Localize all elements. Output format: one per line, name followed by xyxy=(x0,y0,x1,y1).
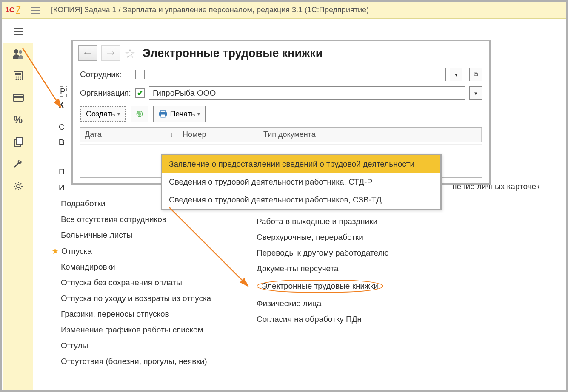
nav-link[interactable]: Все отсутствия сотрудников xyxy=(61,215,211,224)
dropdown-option[interactable]: Заявление о предоставлении сведений о тр… xyxy=(162,155,440,173)
logo-1c: 1С xyxy=(3,3,24,17)
svg-point-7 xyxy=(20,77,21,78)
org-row: Организация: ✔ ГипроРыба ООО ▾ xyxy=(73,84,489,102)
create-button[interactable]: Создать▾ xyxy=(80,106,126,122)
content-area: Р К С В П И на работу дник ение нение ли… xyxy=(33,20,565,389)
col-type[interactable]: Тип документа xyxy=(259,128,482,142)
svg-rect-19 xyxy=(161,114,165,117)
nav-link[interactable]: Командировки xyxy=(61,262,211,272)
printer-icon xyxy=(159,110,167,118)
sidebar-gear-icon[interactable] xyxy=(3,175,33,197)
bg-partial-text: С xyxy=(59,122,65,132)
nav-link[interactable]: Больничные листы xyxy=(61,230,211,240)
nav-link[interactable]: Согласия на обработку ПДн xyxy=(257,315,389,324)
app-frame: 1С [КОПИЯ] Задача 1 / Зарплата и управле… xyxy=(0,0,568,392)
refresh-button[interactable] xyxy=(131,106,148,122)
col-date[interactable]: Дата↓ xyxy=(80,128,178,142)
sidebar-calculator-icon[interactable] xyxy=(3,65,33,87)
org-input[interactable]: ГипроРыба ООО xyxy=(149,86,465,100)
nav-link[interactable]: Изменение графиков работы списком xyxy=(61,325,211,335)
org-label: Организация: xyxy=(80,88,131,98)
svg-rect-14 xyxy=(16,138,22,145)
nav-link-favorite[interactable]: Отпуска xyxy=(61,246,211,256)
svg-point-15 xyxy=(17,185,20,188)
bg-partial-text: К xyxy=(59,100,64,110)
svg-rect-4 xyxy=(15,73,21,75)
sidebar-wrench-icon[interactable] xyxy=(3,153,33,175)
dropdown-option[interactable]: Сведения о трудовой деятельности работни… xyxy=(162,173,440,191)
bg-partial-text: П xyxy=(59,167,65,176)
bg-partial-text: Р xyxy=(59,86,67,97)
left-sidebar: % xyxy=(3,20,33,390)
nav-link[interactable]: Работа в выходные и праздники xyxy=(257,217,389,226)
sidebar-documents-icon[interactable] xyxy=(3,131,33,153)
print-button[interactable]: Печать▾ xyxy=(153,106,206,122)
employee-input[interactable] xyxy=(149,68,446,81)
grid-header: Дата↓ Номер Тип документа xyxy=(80,127,482,142)
create-dropdown-menu: Заявление о предоставлении сведений о тр… xyxy=(161,154,442,210)
svg-point-10 xyxy=(20,79,21,80)
employee-label: Сотрудник: xyxy=(80,70,131,79)
svg-point-9 xyxy=(17,79,19,80)
svg-text:1С: 1С xyxy=(5,6,15,14)
nav-link[interactable]: Отгулы xyxy=(61,341,211,350)
title-bar: 1С [КОПИЯ] Задача 1 / Зарплата и управле… xyxy=(2,2,566,19)
bg-partial-text: В xyxy=(59,138,65,147)
org-value: ГипроРыба ООО xyxy=(153,88,216,98)
nav-link[interactable]: Отпуска по уходу и возвраты из отпуска xyxy=(61,294,211,303)
nav-link[interactable]: Графики, переносы отпусков xyxy=(61,310,211,319)
org-dropdown-button[interactable]: ▾ xyxy=(469,86,482,100)
nav-link-highlighted[interactable]: Электронные трудовые книжки xyxy=(257,280,383,293)
employee-dropdown-button[interactable]: ▾ xyxy=(450,68,462,81)
nav-link[interactable]: Отпуска без сохранения оплаты xyxy=(61,278,211,287)
window-title: [КОПИЯ] Задача 1 / Зарплата и управление… xyxy=(48,6,369,14)
popup-title: Электронные трудовые книжки xyxy=(143,47,323,60)
org-filter-checkbox[interactable]: ✔ xyxy=(135,88,145,98)
svg-point-5 xyxy=(15,77,17,78)
sidebar-people-icon[interactable] xyxy=(3,43,33,65)
popup-header: 🡐 🡒 ☆ Электронные трудовые книжки xyxy=(73,41,489,65)
svg-point-2 xyxy=(19,50,22,54)
sidebar-card-icon[interactable] xyxy=(3,87,33,109)
forward-button[interactable]: 🡒 xyxy=(101,45,120,61)
sidebar-sections-icon[interactable] xyxy=(3,20,33,43)
col-num[interactable]: Номер xyxy=(178,128,259,142)
svg-point-1 xyxy=(14,49,18,54)
nav-link[interactable]: Сверхурочные, переработки xyxy=(257,233,389,242)
nav-link[interactable]: Документы персучета xyxy=(257,264,389,273)
nav-link[interactable]: Переводы к другому работодателю xyxy=(257,248,389,258)
back-button[interactable]: 🡐 xyxy=(78,45,97,61)
popup-toolbar: Создать▾ Печать▾ xyxy=(73,102,489,125)
bg-partial-text: И xyxy=(59,183,65,192)
employee-row: Сотрудник: ▾ ⧉ xyxy=(73,65,489,84)
svg-rect-17 xyxy=(160,111,166,112)
dropdown-option[interactable]: Сведения о трудовой деятельности работни… xyxy=(162,191,440,209)
nav-link[interactable]: Физические лица xyxy=(257,299,389,308)
nav-link[interactable]: Отсутствия (болезни, прогулы, неявки) xyxy=(61,357,211,366)
main-menu-toggle[interactable] xyxy=(27,3,44,17)
favorite-star-icon[interactable]: ☆ xyxy=(124,46,136,61)
svg-rect-12 xyxy=(13,96,23,98)
svg-point-8 xyxy=(15,79,17,80)
employee-filter-checkbox[interactable] xyxy=(135,70,145,79)
sidebar-percent-icon[interactable]: % xyxy=(3,109,33,131)
employee-open-button[interactable]: ⧉ xyxy=(469,68,482,81)
svg-point-6 xyxy=(17,77,19,78)
